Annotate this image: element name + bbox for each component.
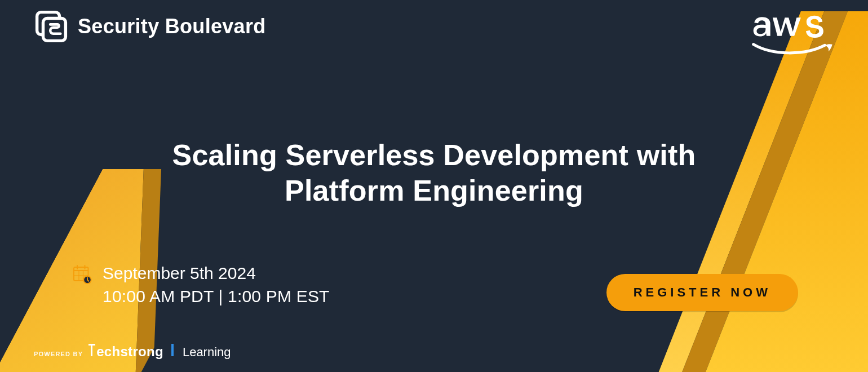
event-date: September 5th 2024 bbox=[103, 262, 330, 285]
event-title-line2: Platform Engineering bbox=[285, 174, 583, 207]
learning-text: Learning bbox=[183, 345, 231, 360]
event-datetime: September 5th 2024 10:00 AM PDT | 1:00 P… bbox=[72, 262, 330, 308]
event-time: 10:00 AM PDT | 1:00 PM EST bbox=[103, 285, 330, 308]
svg-rect-1 bbox=[43, 19, 66, 41]
brand-name-text: Security Boulevard bbox=[78, 15, 266, 38]
techstrong-text: echstrong bbox=[96, 344, 163, 360]
banner-header: Security Boulevard bbox=[0, 10, 868, 60]
sb-monogram-icon bbox=[35, 10, 68, 43]
powered-by-footer: POWERED BY echstrong Learning bbox=[34, 344, 231, 360]
techstrong-logo: echstrong bbox=[88, 344, 163, 360]
powered-by-label: POWERED BY bbox=[34, 351, 83, 357]
brand-security-boulevard: Security Boulevard bbox=[35, 10, 266, 43]
techstrong-divider-icon bbox=[171, 344, 174, 356]
register-button[interactable]: REGISTER NOW bbox=[606, 274, 798, 311]
event-title-line1: Scaling Serverless Development with bbox=[172, 139, 696, 171]
calendar-clock-icon bbox=[72, 264, 92, 284]
register-label: REGISTER NOW bbox=[634, 285, 771, 299]
aws-logo-icon bbox=[750, 10, 834, 60]
event-title: Scaling Serverless Development with Plat… bbox=[0, 138, 868, 209]
techstrong-t-icon bbox=[88, 344, 95, 356]
